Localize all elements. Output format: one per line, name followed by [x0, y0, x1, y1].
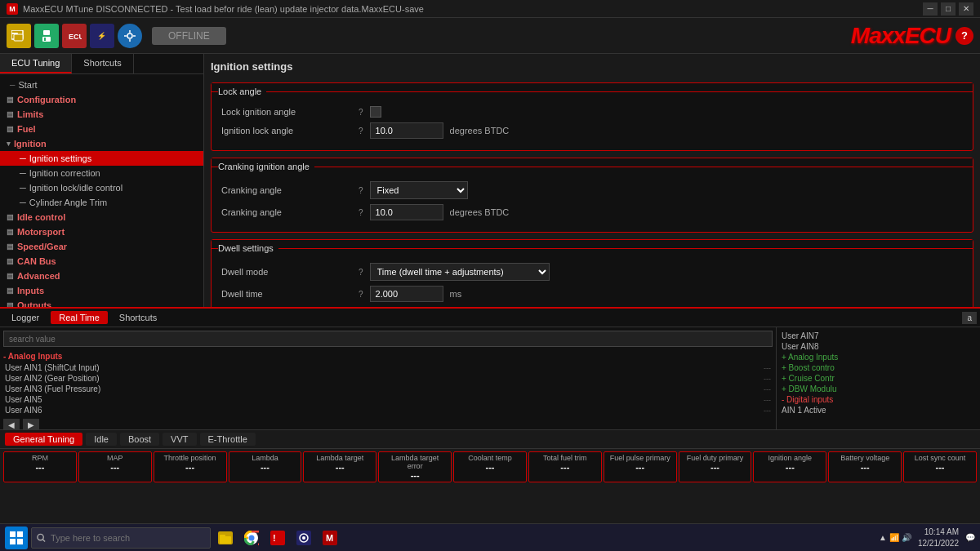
status-tab-general[interactable]: General Tuning [5, 433, 82, 446]
cranking-angle-2-unit: degrees BTDC [450, 207, 510, 217]
svg-rect-6 [44, 38, 46, 41]
cranking-angle-select[interactable]: Fixed [370, 181, 468, 199]
taskbar-icon-4[interactable] [292, 527, 315, 549]
sidebar-item-inputs[interactable]: ▤ Inputs [0, 283, 203, 298]
title-bar-text: MaxxECU MTune DISCONNECTED - Test load b… [23, 4, 424, 14]
svg-text:M: M [326, 533, 333, 543]
sidebar: ECU Tuning Shortcuts ─ Start ▤ Configura… [0, 54, 204, 307]
dwell-time-help[interactable]: ? [359, 290, 363, 299]
list-item: User AIN8 [780, 341, 977, 352]
help-button[interactable]: ? [956, 27, 973, 45]
metric-lambda-target-value: --- [309, 462, 371, 472]
svg-text:ECU: ECU [69, 33, 82, 41]
sidebar-item-outputs[interactable]: ▤ Outputs [0, 298, 203, 307]
status-tab-vvt[interactable]: VVT [163, 433, 196, 446]
logger-content: - Analog Inputs User AIN1 (ShiftCut Inpu… [0, 327, 980, 429]
list-item: + Boost contro [780, 362, 977, 373]
ecu-icon[interactable]: ECU [62, 24, 87, 48]
metric-coolant: Coolant temp --- [453, 451, 527, 482]
status-tab-ethrottle[interactable]: E-Throttle [200, 433, 256, 446]
tab-real-time[interactable]: Real Time [51, 311, 108, 324]
sidebar-tab-bar: ECU Tuning Shortcuts [0, 54, 203, 74]
minimize-button[interactable]: ─ [923, 2, 938, 16]
dwell-time-input[interactable] [370, 286, 443, 302]
dwell-mode-label: Dwell mode [221, 267, 352, 277]
svg-rect-25 [220, 535, 225, 538]
metric-lambda-target-label: Lambda target [309, 454, 371, 462]
content-area: Ignition settings Lock angle Lock igniti… [204, 54, 980, 307]
tab-shortcuts[interactable]: Shortcuts [72, 54, 133, 73]
sidebar-item-configuration[interactable]: ▤ Configuration [0, 92, 203, 107]
svg-rect-5 [42, 37, 51, 42]
sidebar-item-start[interactable]: ─ Start [0, 78, 203, 92]
sidebar-item-advanced[interactable]: ▤ Advanced [0, 269, 203, 283]
close-button[interactable]: ✕ [959, 2, 973, 16]
dwell-mode-select[interactable]: Time (dwell time + adjustments) [370, 263, 550, 281]
cranking-angle-help[interactable]: ? [359, 186, 363, 195]
dwell-mode-help[interactable]: ? [359, 268, 363, 277]
sidebar-item-motorsport[interactable]: ▤ Motorsport [0, 224, 203, 239]
metric-battery-voltage-label: Battery voltage [834, 454, 896, 462]
list-item: - Digital inputs [780, 394, 977, 405]
sidebar-item-limits[interactable]: ▤ Limits [0, 107, 203, 122]
metric-ignition-angle-label: Ignition angle [759, 454, 821, 462]
taskbar-clock[interactable]: 10:14 AM 12/21/2022 [918, 527, 959, 549]
lock-ignition-checkbox[interactable] [370, 106, 381, 118]
page-title: Ignition settings [211, 60, 973, 76]
tab-logger[interactable]: Logger [3, 311, 47, 324]
svg-text:!: ! [273, 533, 276, 543]
sidebar-item-idle[interactable]: ▤ Idle control [0, 210, 203, 224]
metric-lost-sync-value: --- [909, 462, 971, 472]
sidebar-item-ignition-settings[interactable]: ─ Ignition settings [0, 151, 203, 166]
metric-lambda-label: Lambda [234, 454, 296, 462]
settings-icon[interactable] [118, 24, 142, 48]
metric-fuel-duty: Fuel duty primary --- [679, 451, 752, 482]
metric-lambda-target: Lambda target --- [303, 451, 376, 482]
status-bar: General Tuning Idle Boost VVT E-Throttle… [0, 429, 980, 477]
tab-ecu-tuning[interactable]: ECU Tuning [0, 54, 72, 73]
notification-icon[interactable]: 💬 [965, 533, 975, 542]
cranking-angle-2-help[interactable]: ? [359, 208, 363, 217]
search-icon [37, 533, 46, 543]
scroll-left-button[interactable]: ◀ [3, 419, 20, 429]
list-item: User AIN3 (Fuel Pressure) --- [3, 384, 773, 394]
svg-rect-18 [17, 531, 23, 537]
ignition-lock-angle-help[interactable]: ? [359, 127, 363, 136]
taskbar-chrome[interactable] [240, 527, 263, 549]
save-icon[interactable] [34, 24, 59, 48]
taskbar-search-input[interactable] [51, 527, 205, 549]
taskbar-file-manager[interactable] [214, 527, 237, 549]
tab-shortcuts[interactable]: Shortcuts [111, 311, 165, 324]
ignition-lock-angle-input[interactable] [370, 122, 443, 139]
sidebar-item-fuel[interactable]: ▤ Fuel [0, 122, 203, 136]
logger-search-input[interactable] [3, 331, 773, 347]
lock-ignition-help[interactable]: ? [359, 108, 363, 117]
logger-list: - Analog Inputs User AIN1 (ShiftCut Inpu… [0, 327, 776, 429]
svg-rect-20 [17, 539, 23, 544]
taskbar-icon-5[interactable]: M [318, 527, 341, 549]
metric-total-fuel-label: Total fuel trim [534, 454, 596, 462]
sidebar-item-ignition-correction[interactable]: ─ Ignition correction [0, 166, 203, 180]
metric-coolant-label: Coolant temp [459, 454, 521, 462]
status-tab-boost[interactable]: Boost [120, 433, 159, 446]
sidebar-item-speed-gear[interactable]: ▤ Speed/Gear [0, 239, 203, 254]
start-button[interactable] [5, 527, 28, 549]
sidebar-item-cylinder-trim[interactable]: ─ Cylinder Angle Trim [0, 195, 203, 210]
connect-icon[interactable]: ⚡ [90, 24, 114, 48]
cranking-angle-2-input[interactable] [370, 204, 443, 220]
sidebar-item-can-bus[interactable]: ▤ CAN Bus [0, 254, 203, 269]
taskbar-icon-3[interactable]: ! [266, 527, 289, 549]
sidebar-item-ignition[interactable]: ▾ Ignition [0, 136, 203, 151]
dwell-settings-panel: Dwell settings Dwell mode ? Time (dwell … [211, 239, 973, 307]
scroll-right-button[interactable]: ▶ [23, 419, 39, 429]
metric-lambda-error-value: --- [384, 470, 446, 480]
open-icon[interactable] [7, 24, 31, 48]
logger-expand-button[interactable]: a [962, 312, 977, 324]
status-tab-idle[interactable]: Idle [86, 433, 117, 446]
metric-throttle: Throttle position --- [154, 451, 227, 482]
dwell-time-label: Dwell time [221, 289, 352, 299]
cranking-panel: Cranking ignition angle Cranking angle ?… [211, 158, 973, 233]
svg-text:⚡: ⚡ [97, 31, 107, 41]
maximize-button[interactable]: □ [941, 2, 956, 16]
sidebar-item-ignition-lock[interactable]: ─ Ignition lock/idle control [0, 180, 203, 195]
